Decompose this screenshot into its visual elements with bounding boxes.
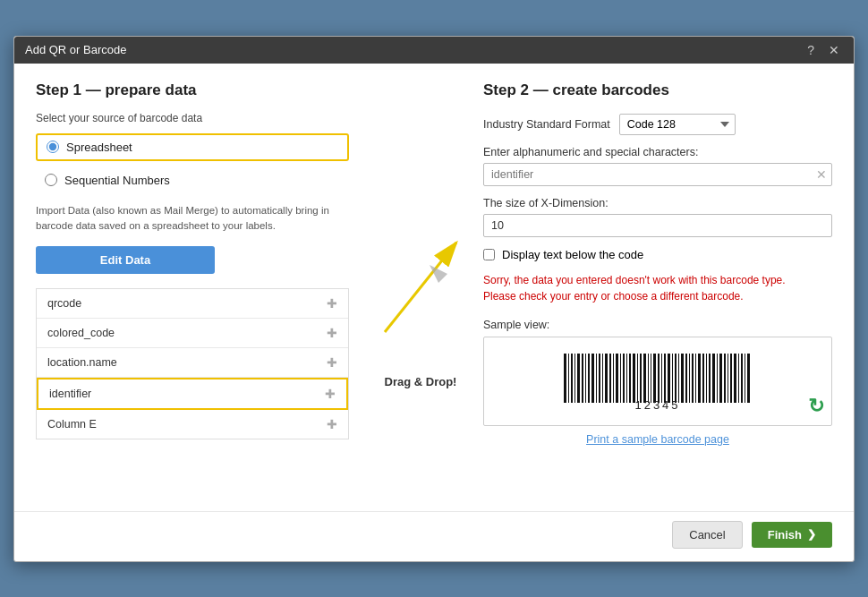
svg-rect-34 bbox=[672, 354, 673, 403]
svg-rect-25 bbox=[640, 354, 642, 403]
xdim-input[interactable] bbox=[483, 214, 832, 237]
field-item-identifier[interactable]: identifier ✚ bbox=[37, 378, 348, 410]
field-list: qrcode ✚ colored_code ✚ location.name ✚ … bbox=[36, 288, 349, 439]
left-panel: Step 1 — prepare data Select your source… bbox=[36, 81, 367, 497]
radio-spreadsheet[interactable]: Spreadsheet bbox=[36, 133, 349, 161]
svg-rect-51 bbox=[730, 354, 732, 403]
xdim-section: The size of X-Dimension: bbox=[483, 197, 832, 237]
clear-identifier-button[interactable]: ✕ bbox=[816, 168, 827, 181]
drag-icon-identifier: ✚ bbox=[325, 387, 336, 401]
help-button[interactable]: ? bbox=[804, 42, 818, 58]
barcode-container: 12345 bbox=[559, 352, 756, 410]
drag-icon-qrcode: ✚ bbox=[327, 296, 337, 311]
svg-rect-39 bbox=[689, 354, 690, 403]
svg-rect-8 bbox=[582, 354, 583, 403]
svg-rect-20 bbox=[623, 354, 625, 403]
svg-rect-53 bbox=[738, 354, 739, 403]
field-name-identifier: identifier bbox=[49, 388, 91, 400]
format-select[interactable]: Code 128 Code 39 QR Code EAN-13 UPC-A bbox=[619, 114, 736, 135]
radio-spreadsheet-input[interactable] bbox=[47, 141, 59, 153]
refresh-button[interactable]: ↻ bbox=[808, 395, 824, 418]
dialog-body: Step 1 — prepare data Select your source… bbox=[14, 64, 854, 511]
svg-text:12345: 12345 bbox=[634, 398, 680, 410]
alphanumeric-section: Enter alphanumeric and special character… bbox=[483, 146, 832, 186]
svg-rect-56 bbox=[747, 354, 750, 403]
svg-rect-37 bbox=[681, 354, 684, 403]
finish-label: Finish bbox=[768, 528, 802, 542]
field-item-column-e[interactable]: Column E ✚ bbox=[37, 410, 348, 439]
drag-drop-arrow bbox=[376, 189, 465, 368]
right-panel: Step 2 — create barcodes Industry Standa… bbox=[474, 81, 832, 497]
print-sample-link[interactable]: Print a sample barcode page bbox=[483, 433, 832, 446]
drag-drop-label: Drag & Drop! bbox=[385, 375, 457, 388]
svg-rect-16 bbox=[609, 354, 611, 403]
field-item-qrcode[interactable]: qrcode ✚ bbox=[37, 289, 348, 319]
svg-rect-28 bbox=[651, 354, 651, 403]
alphanumeric-label: Enter alphanumeric and special character… bbox=[483, 146, 832, 158]
svg-rect-42 bbox=[698, 354, 701, 403]
svg-rect-4 bbox=[568, 354, 569, 403]
svg-rect-26 bbox=[643, 354, 646, 403]
display-text-checkbox[interactable] bbox=[483, 249, 495, 260]
svg-rect-27 bbox=[648, 354, 649, 403]
radio-sequential[interactable]: Sequential Numbers bbox=[36, 168, 349, 192]
svg-rect-24 bbox=[637, 354, 638, 403]
finish-button[interactable]: Finish ❯ bbox=[752, 522, 832, 548]
svg-rect-15 bbox=[605, 354, 608, 403]
svg-rect-45 bbox=[709, 354, 711, 403]
svg-rect-30 bbox=[658, 354, 660, 403]
field-item-location-name[interactable]: location.name ✚ bbox=[37, 348, 348, 378]
format-label: Industry Standard Format bbox=[483, 118, 610, 131]
field-item-colored-code[interactable]: colored_code ✚ bbox=[37, 319, 348, 348]
edit-data-button[interactable]: Edit Data bbox=[36, 246, 215, 274]
svg-rect-5 bbox=[571, 354, 573, 403]
radio-sequential-input[interactable] bbox=[45, 174, 57, 186]
dialog: Add QR or Barcode ? ✕ Step 1 — prepare d… bbox=[13, 36, 855, 562]
svg-rect-22 bbox=[629, 354, 631, 403]
cancel-button[interactable]: Cancel bbox=[672, 521, 742, 549]
svg-rect-46 bbox=[712, 354, 715, 403]
svg-rect-6 bbox=[574, 354, 575, 403]
svg-rect-50 bbox=[728, 354, 728, 403]
svg-rect-48 bbox=[719, 354, 722, 403]
svg-rect-55 bbox=[745, 354, 745, 403]
display-text-label: Display text below the code bbox=[502, 248, 643, 261]
sample-view-label: Sample view: bbox=[483, 319, 832, 331]
svg-rect-54 bbox=[741, 354, 743, 403]
svg-rect-11 bbox=[591, 354, 594, 403]
radio-spreadsheet-label: Spreadsheet bbox=[66, 141, 132, 154]
svg-line-1 bbox=[385, 243, 456, 332]
svg-rect-29 bbox=[653, 354, 656, 403]
display-text-row[interactable]: Display text below the code bbox=[483, 248, 832, 261]
svg-rect-19 bbox=[620, 354, 621, 403]
svg-rect-41 bbox=[695, 354, 696, 403]
svg-rect-13 bbox=[599, 354, 600, 403]
svg-rect-17 bbox=[613, 354, 614, 403]
svg-rect-33 bbox=[668, 354, 670, 403]
format-row: Industry Standard Format Code 128 Code 3… bbox=[483, 114, 832, 135]
svg-rect-9 bbox=[585, 354, 586, 403]
svg-rect-43 bbox=[702, 354, 704, 403]
source-label: Select your source of barcode data bbox=[36, 112, 349, 124]
svg-rect-44 bbox=[706, 354, 707, 403]
svg-rect-38 bbox=[685, 354, 687, 403]
svg-rect-36 bbox=[678, 354, 679, 403]
svg-rect-18 bbox=[616, 354, 618, 403]
svg-rect-12 bbox=[596, 354, 597, 403]
sample-view-box: 12345 ↻ bbox=[483, 337, 832, 426]
svg-rect-23 bbox=[633, 354, 635, 403]
barcode-svg: 12345 bbox=[559, 352, 756, 410]
field-name-colored-code: colored_code bbox=[47, 327, 115, 339]
middle-area: Drag & Drop! bbox=[367, 81, 474, 497]
dialog-title: Add QR or Barcode bbox=[25, 43, 126, 56]
identifier-input[interactable] bbox=[483, 163, 832, 186]
field-name-location-name: location.name bbox=[47, 356, 117, 369]
drag-icon-colored-code: ✚ bbox=[327, 326, 337, 340]
titlebar-actions: ? ✕ bbox=[804, 42, 843, 58]
svg-rect-32 bbox=[664, 354, 666, 403]
step2-heading: Step 2 — create barcodes bbox=[483, 81, 832, 99]
dialog-titlebar: Add QR or Barcode ? ✕ bbox=[14, 37, 854, 64]
close-button[interactable]: ✕ bbox=[825, 42, 843, 58]
field-name-column-e: Column E bbox=[47, 418, 97, 431]
xdim-label: The size of X-Dimension: bbox=[483, 197, 832, 209]
